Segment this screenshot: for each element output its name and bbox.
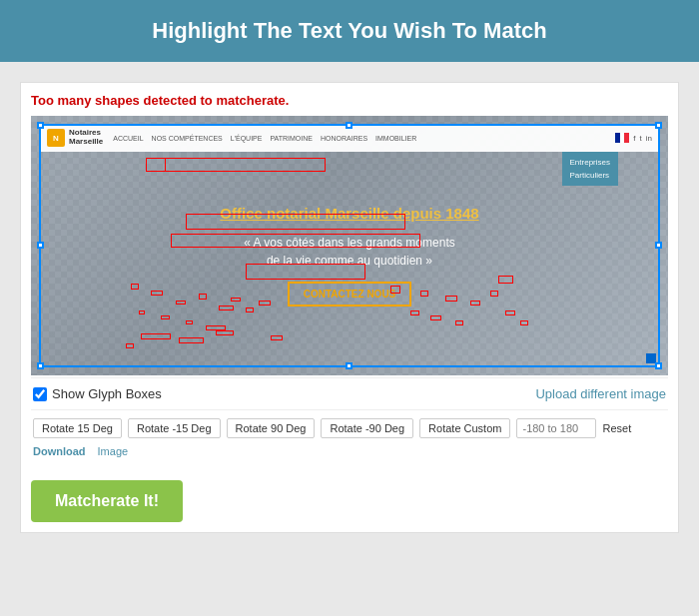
- matcherate-button[interactable]: Matcherate It!: [31, 480, 183, 522]
- site-logo: N Notaires Marseille: [47, 129, 103, 147]
- rotate-row: Rotate 15 Deg Rotate -15 Deg Rotate 90 D…: [31, 409, 668, 466]
- facebook-icon: f: [633, 134, 635, 143]
- nav-items: ACCUEIL NOS COMPÉTENCES L'ÉQUIPE PATRIMO…: [113, 135, 615, 142]
- linkedin-icon: in: [646, 134, 652, 143]
- site-main-title: Office notarial Marseille depuis 1848: [220, 205, 478, 222]
- controls-row: Show Glyph Boxes Upload different image: [31, 377, 668, 409]
- dropdown-entreprises: Entreprises: [570, 156, 610, 169]
- blue-corner-square: [646, 353, 656, 363]
- flag-icon: [615, 133, 629, 143]
- image-container: N Notaires Marseille ACCUEIL NOS COMPÉTE…: [31, 116, 668, 375]
- main-panel: Too many shapes detected to matcherate. …: [20, 82, 679, 533]
- nav-equipe: L'ÉQUIPE: [231, 135, 263, 142]
- image-label[interactable]: Image: [98, 445, 129, 457]
- logo-text: Notaires Marseille: [69, 129, 103, 147]
- social-icons: f t in: [633, 134, 652, 143]
- nav-immobilier: IMMOBILIER: [375, 135, 416, 142]
- show-glyph-checkbox[interactable]: [33, 387, 47, 401]
- site-navbar: N Notaires Marseille ACCUEIL NOS COMPÉTE…: [39, 124, 660, 152]
- error-message: Too many shapes detected to matcherate.: [31, 93, 668, 108]
- site-quote: « A vos côtés dans les grands moments de…: [244, 234, 454, 270]
- logo-icon: N: [47, 129, 65, 147]
- download-link[interactable]: Download: [33, 445, 86, 457]
- page-header: Highlight The Text You Wish To Match: [0, 0, 699, 62]
- rotate-neg15-button[interactable]: Rotate -15 Deg: [128, 418, 221, 438]
- nav-competences: NOS COMPÉTENCES: [152, 135, 223, 142]
- upload-different-link[interactable]: Upload different image: [535, 386, 666, 401]
- rotate-custom-input[interactable]: [516, 418, 596, 438]
- site-screenshot: N Notaires Marseille ACCUEIL NOS COMPÉTE…: [31, 116, 668, 375]
- reset-button[interactable]: Reset: [602, 422, 631, 434]
- main-content: Too many shapes detected to matcherate. …: [0, 62, 699, 553]
- rotate-90-button[interactable]: Rotate 90 Deg: [227, 418, 316, 438]
- twitter-icon: t: [640, 134, 642, 143]
- show-glyph-label[interactable]: Show Glyph Boxes: [52, 386, 162, 401]
- nav-accueil: ACCUEIL: [113, 135, 143, 142]
- cta-button[interactable]: CONTACTEZ NOUS: [288, 282, 412, 307]
- rotate-custom-button[interactable]: Rotate Custom: [419, 418, 510, 438]
- nav-honoraires: HONORAIRES: [321, 135, 367, 142]
- page-title: Highlight The Text You Wish To Match: [20, 18, 679, 44]
- nav-patrimoine: PATRIMOINE: [270, 135, 313, 142]
- rotate-15-button[interactable]: Rotate 15 Deg: [33, 418, 122, 438]
- rotate-neg90-button[interactable]: Rotate -90 Deg: [321, 418, 413, 438]
- dropdown-menu: Entreprises Particuliers: [562, 152, 618, 186]
- dropdown-particuliers: Particuliers: [570, 169, 610, 182]
- show-glyph-control: Show Glyph Boxes: [33, 386, 162, 401]
